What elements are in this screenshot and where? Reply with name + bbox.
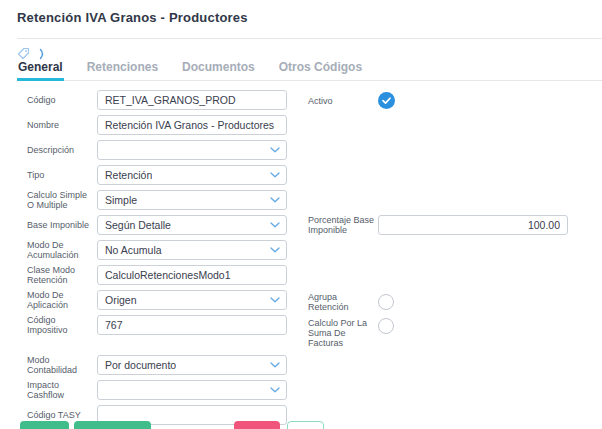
field-label: Modo De Aplicación [27,290,95,310]
field-label: Modo Contabilidad [27,355,95,375]
modo-de-acumulacion-select[interactable]: No Acumula [97,240,287,260]
selected-value: Origen [105,294,137,306]
tab-retenciones[interactable]: Retenciones [86,57,159,81]
dropdown-chevron-icon [270,197,280,203]
field-label: Descripción [27,145,95,155]
field-label: Tipo [27,170,95,180]
field-label: Impacto Cashflow [27,380,95,400]
field-label: Calculo Por La Suma De Facturas [308,318,376,348]
dropdown-chevron-icon [270,387,280,393]
footer-button-1[interactable] [20,421,69,429]
dropdown-chevron-icon [270,147,280,153]
field-label: Porcentaje Base Imponible [308,215,376,235]
clase-modo-retencion-input[interactable] [97,265,287,285]
clase-modo-retencion-row: Clase Modo Retención [27,265,602,285]
field-label: Activo [308,96,376,106]
footer-button-2[interactable] [74,421,151,429]
impacto-cashflow-select[interactable] [97,380,287,400]
title-divider [17,38,602,39]
modo-de-acumulacion-row: Modo De AcumulaciónNo Acumula [27,240,602,260]
dropdown-chevron-icon [270,172,280,178]
tipo-row: TipoRetención [27,165,602,185]
tab-general[interactable]: General [17,57,64,81]
modo-de-aplicacion-select[interactable]: Origen [97,290,287,310]
field-label: Nombre [27,120,95,130]
impacto-cashflow-row: Impacto Cashflow [27,380,602,400]
calculo-suma-facturas-field: Calculo Por La Suma De Facturas [308,318,394,348]
page-title: Retención IVA Granos - Productores [17,10,248,25]
tab-bar: General Retenciones Documentos Otros Cód… [17,57,602,81]
porcentaje-base-imponible-field: Porcentaje Base Imponible [308,215,568,235]
activo-field: Activo [308,92,395,109]
field-label: Código Impositivo [27,315,95,335]
agrupa-retencion-field: Agrupa Retención [308,292,394,312]
dropdown-chevron-icon [270,222,280,228]
field-label: Código TASY [27,410,95,420]
nombre-input[interactable] [97,115,287,135]
activo-checkbox-checked-icon[interactable] [378,92,395,109]
field-label: Calculo Simple O Multiple [27,190,95,210]
dropdown-chevron-icon [270,247,280,253]
retention-config-page: Retención IVA Granos - Productores Gener… [0,0,602,429]
dropdown-chevron-icon [270,297,280,303]
codigo-input[interactable] [97,90,287,110]
calculo-simple-o-multiple-select[interactable]: Simple [97,190,287,210]
selected-value: Retención [105,169,152,181]
field-label: Clase Modo Retención [27,265,95,285]
descripcion-select[interactable] [97,140,287,160]
selected-value: Según Detalle [105,219,171,231]
calculo-simple-o-multiple-row: Calculo Simple O MultipleSimple [27,190,602,210]
selected-value: Simple [105,194,137,206]
form-left-column: CódigoNombreDescripciónTipoRetenciónCalc… [27,90,602,425]
porcentaje-base-imponible-input[interactable] [378,215,568,235]
field-label: Modo De Acumulación [27,240,95,260]
modo-contabilidad-row: Modo ContabilidadPor documento [27,355,602,375]
modo-contabilidad-select[interactable]: Por documento [97,355,287,375]
agrupa-retencion-toggle[interactable] [378,294,394,310]
general-form: CódigoNombreDescripciónTipoRetenciónCalc… [27,90,602,429]
tipo-select[interactable]: Retención [97,165,287,185]
selected-value: No Acumula [105,244,162,256]
footer-button-4[interactable] [287,421,324,429]
nombre-row: Nombre [27,115,602,135]
field-label: Código [27,95,95,105]
base-imponible-select[interactable]: Según Detalle [97,215,287,235]
calculo-suma-facturas-toggle[interactable] [378,318,394,334]
footer-actions [20,421,324,429]
footer-button-3[interactable] [234,421,280,429]
descripcion-row: Descripción [27,140,602,160]
field-label: Base Imponible [27,220,95,230]
tab-documentos[interactable]: Documentos [181,57,256,81]
selected-value: Por documento [105,359,176,371]
dropdown-chevron-icon [270,362,280,368]
codigo-impositivo-input[interactable] [97,315,287,335]
field-label: Agrupa Retención [308,292,376,312]
tab-otros-codigos[interactable]: Otros Códigos [278,57,363,81]
